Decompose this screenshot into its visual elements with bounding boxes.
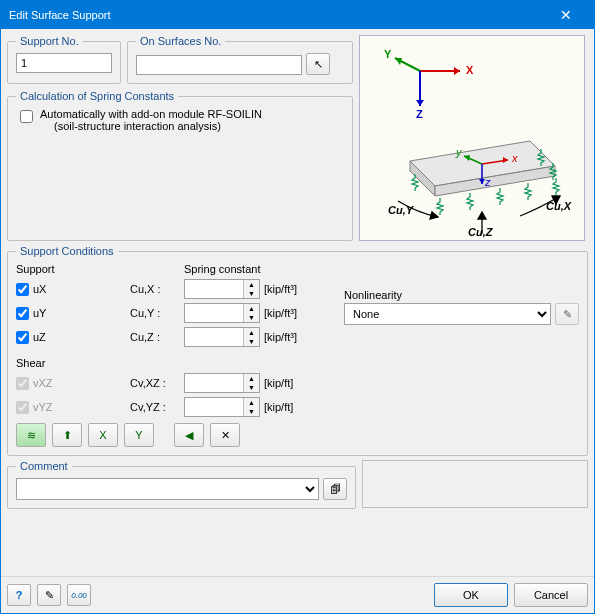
preset-none-button[interactable]: ✕ — [210, 423, 240, 447]
svg-text:z: z — [484, 176, 491, 188]
uy-spring-input[interactable]: ▲▼ — [184, 303, 260, 323]
vxz-row: vXZ — [16, 377, 126, 390]
svg-marker-3 — [395, 58, 402, 65]
down-arrow-icon[interactable]: ▼ — [244, 407, 259, 416]
support-conditions-legend: Support Conditions — [16, 245, 118, 257]
uy-coef: Cu,Y : — [130, 307, 180, 319]
nonlinearity-label: Nonlinearity — [344, 289, 579, 301]
svg-text:Cu,Z: Cu,Z — [468, 226, 494, 238]
help-button[interactable]: ? — [7, 584, 31, 606]
id-row: Support No. On Surfaces No. ↖ — [7, 35, 353, 84]
uz-label: uZ — [33, 331, 46, 343]
up-arrow-icon[interactable]: ▲ — [244, 398, 259, 407]
vyz-unit: [kip/ft] — [264, 401, 293, 413]
down-arrow-icon[interactable]: ▼ — [244, 289, 259, 298]
springs-icon: ≋ — [27, 429, 36, 442]
rf-soilin-checkbox[interactable] — [20, 110, 33, 123]
details-icon: ✎ — [45, 589, 54, 602]
ux-unit: [kip/ft³] — [264, 283, 297, 295]
up-arrow-icon[interactable]: ▲ — [244, 280, 259, 289]
on-surfaces-input[interactable] — [136, 55, 302, 75]
rf-soilin-text: Automatically with add-on module RF-SOIL… — [40, 108, 262, 120]
uy-icon: Y — [135, 429, 142, 441]
preset-sound-button[interactable]: ◀ — [174, 423, 204, 447]
nonlinearity-edit-button[interactable]: ✎ — [555, 303, 579, 325]
ux-coef: Cu,X : — [130, 283, 180, 295]
support-no-input[interactable] — [16, 53, 112, 73]
cancel-button[interactable]: Cancel — [514, 583, 588, 607]
speaker-icon: ◀ — [185, 429, 193, 442]
ux-spring-input[interactable]: ▲▼ — [184, 279, 260, 299]
window-title: Edit Surface Support — [9, 9, 546, 21]
ux-label: uX — [33, 283, 46, 295]
on-surfaces-legend: On Surfaces No. — [136, 35, 225, 47]
vyz-coef: Cv,YZ : — [130, 401, 180, 413]
nonlinearity-select[interactable]: None — [344, 303, 551, 325]
vxz-unit: [kip/ft] — [264, 377, 293, 389]
comment-library-button[interactable]: 🗐 — [323, 478, 347, 500]
units-icon: 0.00 — [71, 591, 87, 600]
uz-coef: Cu,Z : — [130, 331, 180, 343]
support-no-fieldset: Support No. — [7, 35, 121, 84]
down-arrow-icon[interactable]: ▼ — [244, 337, 259, 346]
uz-row[interactable]: uZ — [16, 331, 126, 344]
pick-surfaces-button[interactable]: ↖ — [306, 53, 330, 75]
vyz-spring-input[interactable]: ▲▼ — [184, 397, 260, 417]
pointer-icon: ↖ — [314, 58, 323, 71]
uy-label: uY — [33, 307, 46, 319]
uy-checkbox[interactable] — [16, 307, 29, 320]
preset-buttons-row: ≋ ⬆ X Y ◀ ✕ — [16, 423, 579, 447]
ux-checkbox[interactable] — [16, 283, 29, 296]
spring-constant-header: Spring constant — [184, 263, 326, 275]
svg-text:Y: Y — [384, 48, 392, 60]
library-icon: 🗐 — [330, 483, 341, 495]
close-icon[interactable]: ✕ — [546, 7, 586, 23]
ux-row[interactable]: uX — [16, 283, 126, 296]
preset-fixed-button[interactable]: ⬆ — [52, 423, 82, 447]
uz-checkbox[interactable] — [16, 331, 29, 344]
support-conditions-fieldset: Support Conditions Support Spring consta… — [7, 245, 588, 456]
svg-text:Cu,Y: Cu,Y — [388, 204, 415, 216]
left-stack: Support No. On Surfaces No. ↖ Calculatio… — [7, 35, 353, 241]
rf-soilin-subtext: (soil-structure interaction analysis) — [54, 120, 262, 132]
uz-unit: [kip/ft³] — [264, 331, 297, 343]
comment-legend: Comment — [16, 460, 72, 472]
svg-text:X: X — [466, 64, 474, 76]
edit-icon: ✎ — [563, 308, 572, 321]
up-arrow-icon[interactable]: ▲ — [244, 328, 259, 337]
rf-soilin-checkbox-label[interactable]: Automatically with add-on module RF-SOIL… — [16, 108, 344, 132]
comment-row: Comment 🗐 — [7, 460, 588, 509]
preset-ux-button[interactable]: X — [88, 423, 118, 447]
vxz-label: vXZ — [33, 377, 53, 389]
support-no-legend: Support No. — [16, 35, 83, 47]
dialog-body: Support No. On Surfaces No. ↖ Calculatio… — [1, 29, 594, 576]
uy-row[interactable]: uY — [16, 307, 126, 320]
titlebar: Edit Surface Support ✕ — [1, 1, 594, 29]
details-button[interactable]: ✎ — [37, 584, 61, 606]
preset-springs-button[interactable]: ≋ — [16, 423, 46, 447]
preset-uy-button[interactable]: Y — [124, 423, 154, 447]
cross-icon: ✕ — [221, 429, 230, 442]
calc-fieldset: Calculation of Spring Constants Automati… — [7, 90, 353, 241]
comment-input[interactable] — [16, 478, 319, 500]
uy-unit: [kip/ft³] — [264, 307, 297, 319]
vxz-spring-input[interactable]: ▲▼ — [184, 373, 260, 393]
dialog-footer: ? ✎ 0.00 OK Cancel — [1, 576, 594, 613]
svg-text:Z: Z — [416, 108, 423, 120]
comment-fieldset: Comment 🗐 — [7, 460, 356, 509]
down-arrow-icon[interactable]: ▼ — [244, 313, 259, 322]
support-diagram: X Y Z x y — [360, 36, 585, 241]
ok-button[interactable]: OK — [434, 583, 508, 607]
up-arrow-icon[interactable]: ▲ — [244, 374, 259, 383]
shear-header: Shear — [16, 357, 326, 369]
up-arrow-icon[interactable]: ▲ — [244, 304, 259, 313]
fixed-icon: ⬆ — [63, 429, 72, 442]
down-arrow-icon[interactable]: ▼ — [244, 383, 259, 392]
svg-text:x: x — [511, 152, 518, 164]
units-button[interactable]: 0.00 — [67, 584, 91, 606]
svg-marker-1 — [454, 67, 460, 75]
vxz-checkbox — [16, 377, 29, 390]
calc-legend: Calculation of Spring Constants — [16, 90, 178, 102]
vyz-label: vYZ — [33, 401, 53, 413]
uz-spring-input[interactable]: ▲▼ — [184, 327, 260, 347]
